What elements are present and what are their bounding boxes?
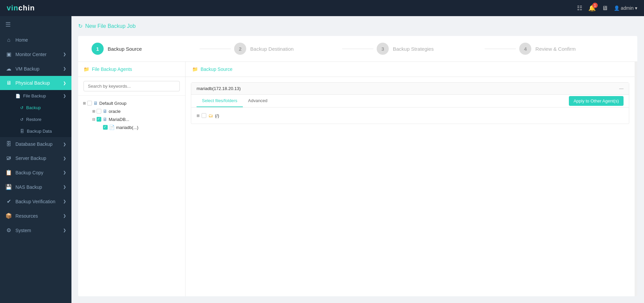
restore-icon: ↺: [20, 117, 23, 122]
wizard-step-3: 3 Backup Strategies: [377, 43, 481, 55]
agents-icon: 📁: [84, 67, 89, 72]
topnav-right: ☷ 🔔 1 🖥 👤 admin ▾: [577, 4, 637, 12]
checkbox-root[interactable]: [202, 113, 206, 118]
sidebar-item-database-backup[interactable]: 🗄 Database Backup ❯: [0, 137, 71, 151]
sidebar-item-backup-verification[interactable]: ✔ Backup Verification ❯: [0, 194, 71, 209]
left-panel-header: 📁 File Backup Agents: [78, 62, 185, 77]
tabs-left: Select files/folders Advanced: [197, 95, 273, 107]
agent-name: mariadb(172.18.20.13): [197, 86, 241, 91]
step-label-2: Backup Destination: [250, 46, 293, 52]
sidebar-item-home[interactable]: ⌂ Home: [0, 33, 71, 47]
sidebar-label-server-backup: Server Backup: [15, 156, 46, 161]
logo-chin: chin: [18, 4, 35, 12]
expand-icon[interactable]: ⊞: [92, 109, 95, 114]
sidebar-label-system: System: [15, 228, 31, 233]
tree-child-mariadb-db: 📄 mariadb(...): [101, 123, 181, 131]
step-label-3: Backup Strategies: [393, 46, 434, 52]
wizard-steps: 1 Backup Source 2 Backup Destination 3 B…: [78, 36, 637, 62]
wizard-step-2: 2 Backup Destination: [234, 43, 339, 55]
chevron-icon: ❯: [63, 52, 66, 56]
tab-advanced[interactable]: Advanced: [243, 95, 273, 107]
sidebar-item-physical-backup[interactable]: 🖥 Physical Backup ❯: [0, 76, 71, 90]
admin-user[interactable]: 👤 admin ▾: [614, 5, 637, 11]
step-circle-4: 4: [519, 43, 531, 55]
apply-to-other-agents-button[interactable]: Apply to Other Agent(s): [569, 96, 624, 106]
sidebar-label-home: Home: [15, 37, 28, 43]
chevron-down-icon: ▾: [635, 5, 637, 11]
wizard-step-4: 4 Review & Confirm: [519, 43, 624, 55]
backup-data-icon: 🗄: [20, 129, 24, 134]
step-circle-3: 3: [377, 43, 389, 55]
sidebar-item-backup-copy[interactable]: 📋 Backup Copy ❯: [0, 165, 71, 180]
search-input[interactable]: [84, 81, 180, 91]
sidebar-toggle[interactable]: ☰: [0, 16, 71, 33]
backup-source-icon: 📁: [192, 67, 198, 72]
notif-badge: 1: [592, 3, 598, 8]
logo-vin: vin: [7, 4, 18, 12]
sidebar-label-monitor-center: Monitor Center: [15, 52, 47, 57]
submenu-item-file-backup[interactable]: 📄 File Backup ❯: [0, 90, 71, 102]
tab-select-files[interactable]: Select files/folders: [197, 95, 243, 107]
tree-node-mariadb-db: 📄 mariadb(...): [101, 123, 181, 131]
chevron-down-icon: ❯: [63, 81, 66, 85]
checkbox-default-group[interactable]: [87, 101, 92, 105]
right-panel-header: 📁 Backup Source: [185, 62, 635, 77]
tree-area: ⊞ 🖥 Default Group ⊞ 🖥 oracle: [78, 96, 185, 296]
nas-backup-icon: 💾: [5, 184, 12, 190]
collapse-icon[interactable]: —: [619, 86, 624, 91]
tree-child-mariadb-server: ⊟ 🖥 MariaDB... 📄 mariadb(...): [92, 115, 181, 131]
page-header: ↻ New File Backup Job: [78, 23, 637, 29]
step-divider-1: [200, 49, 231, 49]
chevron-icon: ❯: [63, 185, 66, 189]
chevron-icon: ❯: [63, 214, 66, 218]
physical-backup-submenu: 📄 File Backup ❯ ↺ Backup ↺ Restore 🗄 Bac…: [0, 90, 71, 137]
sidebar-label-backup-copy: Backup Copy: [15, 170, 43, 175]
checkbox-mariadb-db[interactable]: [103, 125, 108, 130]
main-layout: ☰ ⌂ Home ▣ Monitor Center ❯ ☁ VM Backup …: [0, 16, 644, 303]
sidebar-label-physical-backup: Physical Backup: [15, 80, 50, 86]
chevron-icon: ❯: [63, 199, 66, 204]
chevron-icon: ❯: [63, 142, 66, 146]
notifications-icon[interactable]: 🔔 1: [588, 4, 596, 12]
file-tree-area: ⊞ 🗂 (/): [191, 107, 629, 124]
submenu-item-restore[interactable]: ↺ Restore: [0, 114, 71, 125]
sidebar-item-system[interactable]: ⚙ System ❯: [0, 223, 71, 237]
checkbox-oracle[interactable]: [97, 109, 101, 114]
sidebar-item-server-backup[interactable]: 🖳 Server Backup ❯: [0, 151, 71, 165]
sidebar-item-resources[interactable]: 📦 Resources ❯: [0, 209, 71, 223]
right-panel-title: Backup Source: [201, 67, 232, 72]
step-circle-1: 1: [92, 43, 104, 55]
sidebar-item-vm-backup[interactable]: ☁ VM Backup ❯: [0, 61, 71, 76]
tree-node-default-group: ⊞ 🖥 Default Group: [82, 99, 181, 107]
source-section: mariadb(172.18.20.13) — Select files/fol…: [185, 77, 635, 296]
tree-child-oracle: ⊞ 🖥 oracle: [92, 107, 181, 115]
submenu-item-backup[interactable]: ↺ Backup: [0, 102, 71, 114]
sidebar-item-monitor-center[interactable]: ▣ Monitor Center ❯: [0, 47, 71, 61]
tree-node-oracle: ⊞ 🖥 oracle: [92, 107, 181, 115]
server-backup-icon: 🖳: [5, 155, 12, 161]
messages-icon[interactable]: ☷: [577, 4, 582, 12]
step-divider-3: [485, 49, 516, 49]
main-card: 📁 File Backup Agents ⊞ 🖥 Default Group: [78, 62, 637, 296]
chevron-icon: ❯: [63, 156, 66, 161]
chevron-icon: ❯: [63, 94, 66, 98]
right-panel: 📁 Backup Source mariadb(172.18.20.13) — …: [185, 62, 635, 296]
monitor-icon[interactable]: 🖥: [602, 5, 608, 12]
expand-icon[interactable]: ⊞: [83, 101, 86, 105]
content-area: ↻ New File Backup Job 1 Backup Source 2 …: [71, 16, 644, 303]
expand-icon-mariadb[interactable]: ⊟: [92, 117, 95, 122]
right-scrollbar[interactable]: [635, 62, 637, 296]
vm-backup-icon: ☁: [5, 66, 12, 72]
chevron-icon: ❯: [63, 228, 66, 232]
admin-icon: 👤: [614, 5, 620, 11]
sidebar-label-nas-backup: NAS Backup: [15, 184, 42, 190]
checkbox-mariadb-server[interactable]: [97, 117, 101, 122]
resources-icon: 📦: [5, 213, 12, 219]
sidebar-item-nas-backup[interactable]: 💾 NAS Backup ❯: [0, 180, 71, 194]
chevron-icon: ❯: [63, 67, 66, 71]
refresh-icon[interactable]: ↻: [78, 23, 83, 29]
physical-backup-icon: 🖥: [5, 80, 12, 86]
submenu-item-backup-data[interactable]: 🗄 Backup Data: [0, 125, 71, 137]
expand-root-icon[interactable]: ⊞: [197, 114, 200, 118]
step-label-1: Backup Source: [108, 46, 142, 52]
